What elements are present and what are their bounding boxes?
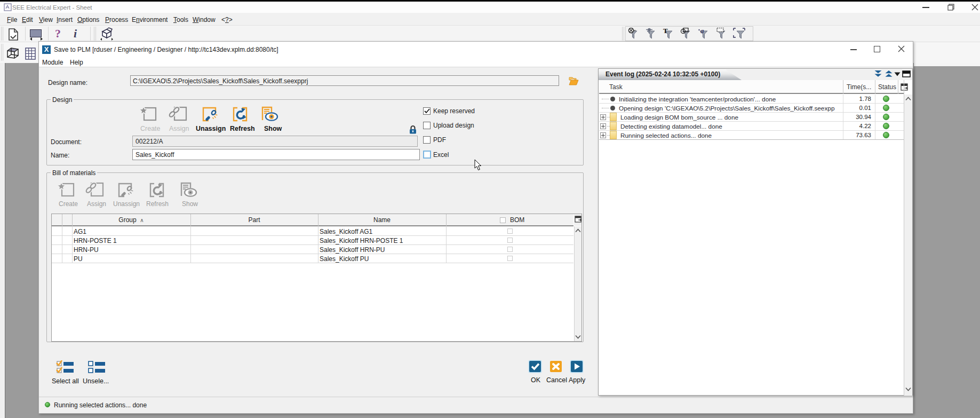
svg-text:T: T [663,28,668,35]
svg-text:a: a [700,28,704,35]
